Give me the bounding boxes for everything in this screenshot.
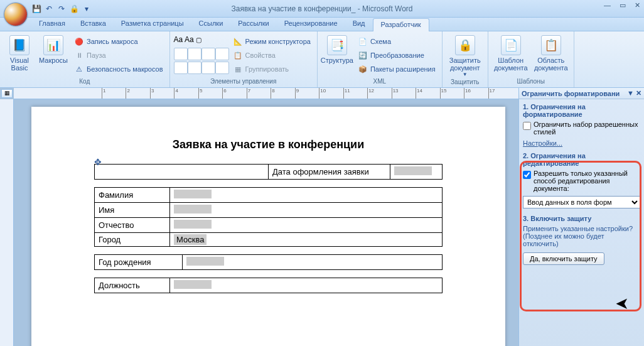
tab-home[interactable]: Главная bbox=[31, 18, 73, 31]
horizontal-ruler[interactable]: 1234567891011121314151617 bbox=[14, 88, 518, 99]
structure-icon: 📑 bbox=[327, 35, 347, 55]
ruler-toggle[interactable]: ▦ bbox=[1, 89, 13, 98]
control-item[interactable] bbox=[215, 62, 229, 74]
section2-title: 2. Ограничения на редактирование bbox=[523, 152, 640, 167]
control-item[interactable] bbox=[201, 62, 215, 74]
pause-icon: ⏸ bbox=[74, 50, 84, 60]
minimize-button[interactable]: — bbox=[604, 1, 611, 9]
control-item[interactable] bbox=[201, 48, 215, 60]
save-icon[interactable]: 💾 bbox=[31, 4, 41, 14]
document-area: ▦ 1234567891011121314151617 ✥ Заявка на … bbox=[0, 88, 518, 346]
document-title: Заявка на участие в конференции bbox=[94, 138, 443, 151]
lastname-label: Фамилия bbox=[95, 188, 170, 203]
schema-button[interactable]: 📄Схема bbox=[355, 35, 438, 48]
tab-mailings[interactable]: Рассылки bbox=[230, 18, 276, 31]
table-anchor-icon[interactable]: ✥ bbox=[94, 157, 102, 167]
enable-protection-button[interactable]: Да, включить защиту bbox=[523, 252, 604, 265]
group-xml: 📑Структура 📄Схема 🔄Преобразование 📦Пакет… bbox=[318, 31, 443, 87]
section3-title: 3. Включить защиту bbox=[523, 215, 640, 222]
position-field[interactable] bbox=[174, 280, 212, 289]
lock-icon[interactable]: 🔒 bbox=[69, 4, 79, 14]
group-protect: 🔒Защитить документ▼ Защитить bbox=[443, 31, 488, 87]
restrict-styles-checkbox[interactable] bbox=[523, 122, 531, 130]
date-label: Дата оформления заявки bbox=[269, 165, 390, 180]
patronymic-field[interactable] bbox=[174, 220, 212, 229]
city-label: Город bbox=[95, 233, 170, 247]
protect-icon: 🔒 bbox=[455, 35, 475, 55]
group-icon: ▦ bbox=[233, 64, 243, 74]
editing-mode-select[interactable]: Ввод данных в поля форм bbox=[523, 196, 640, 208]
group-button: ▦Группировать bbox=[230, 63, 313, 75]
macro-security-button[interactable]: ⚠Безопасность макросов bbox=[72, 63, 166, 75]
date-field[interactable] bbox=[394, 166, 432, 175]
group-templates: 📄Шаблон документа 📋Область документа Шаб… bbox=[488, 31, 574, 87]
document-page[interactable]: ✥ Заявка на участие в конференции Дата о… bbox=[31, 107, 505, 346]
taskpane-dropdown-icon[interactable]: ▼ bbox=[627, 89, 634, 97]
window-title: Заявка на участие в конференции_ - Micro… bbox=[231, 4, 412, 13]
template-icon: 📄 bbox=[501, 35, 521, 55]
control-item[interactable] bbox=[188, 62, 201, 74]
document-template-button[interactable]: 📄Шаблон документа bbox=[492, 33, 530, 72]
title-bar: 💾 ↶ ↷ 🔒 ▾ Заявка на участие в конференци… bbox=[0, 0, 644, 18]
birthyear-label: Год рождения bbox=[95, 255, 183, 270]
tab-layout[interactable]: Разметка страницы bbox=[114, 18, 191, 31]
name-table: Фамилия Имя Отчество ГородМосква bbox=[94, 187, 443, 247]
properties-button: 📋Свойства bbox=[230, 49, 313, 62]
close-button[interactable]: ✕ bbox=[635, 1, 640, 9]
record-icon: 🔴 bbox=[74, 36, 84, 46]
undo-icon[interactable]: ↶ bbox=[44, 4, 54, 14]
position-table: Должность bbox=[94, 278, 443, 293]
macros-icon: 📊 bbox=[43, 35, 63, 55]
maximize-button[interactable]: ▭ bbox=[620, 1, 626, 9]
control-item[interactable] bbox=[174, 62, 188, 74]
city-field[interactable]: Москва bbox=[174, 234, 207, 245]
birthyear-field[interactable] bbox=[186, 257, 224, 266]
control-item[interactable] bbox=[215, 48, 229, 60]
control-item[interactable] bbox=[188, 48, 201, 60]
tab-references[interactable]: Ссылки bbox=[191, 18, 231, 31]
structure-button[interactable]: 📑Структура bbox=[321, 33, 353, 64]
macros-button[interactable]: 📊Макросы bbox=[38, 33, 69, 64]
group-code: 📘Visual Basic 📊Макросы 🔴Запись макроса ⏸… bbox=[0, 31, 170, 87]
allow-editing-checkbox[interactable] bbox=[523, 171, 531, 179]
quick-access-toolbar: 💾 ↶ ↷ 🔒 ▾ bbox=[31, 4, 92, 14]
group-label: Элементы управления bbox=[174, 77, 313, 86]
transform-icon: 🔄 bbox=[358, 50, 368, 60]
lastname-field[interactable] bbox=[174, 190, 212, 198]
tab-developer[interactable]: Разработчик bbox=[373, 18, 429, 31]
group-label: Шаблоны bbox=[492, 77, 570, 86]
area-icon: 📋 bbox=[541, 35, 561, 55]
patronymic-label: Отчество bbox=[95, 218, 170, 233]
allow-editing-check[interactable]: Разрешить только указанный способ редакт… bbox=[523, 170, 640, 192]
protect-document-button[interactable]: 🔒Защитить документ▼ bbox=[446, 33, 484, 77]
control-item[interactable] bbox=[174, 48, 188, 60]
visual-basic-button[interactable]: 📘Visual Basic bbox=[4, 33, 35, 72]
tab-view[interactable]: Вид bbox=[345, 18, 373, 31]
taskpane-close-icon[interactable]: ✕ bbox=[636, 89, 641, 97]
content-area: ▦ 1234567891011121314151617 ✥ Заявка на … bbox=[0, 88, 644, 346]
record-macro-button[interactable]: 🔴Запись макроса bbox=[72, 35, 166, 48]
vertical-ruler[interactable] bbox=[0, 99, 14, 346]
settings-link[interactable]: Настройки... bbox=[523, 139, 640, 147]
ribbon-tabs: Главная Вставка Разметка страницы Ссылки… bbox=[0, 18, 644, 31]
expansion-packs-button[interactable]: 📦Пакеты расширения bbox=[355, 63, 438, 75]
restrict-styles-check[interactable]: Ограничить набор разрешенных стилей bbox=[523, 121, 640, 136]
transform-button[interactable]: 🔄Преобразование bbox=[355, 49, 438, 62]
tab-insert[interactable]: Вставка bbox=[73, 18, 114, 31]
taskpane-title: Ограничить форматировани bbox=[522, 90, 620, 97]
firstname-field[interactable] bbox=[174, 205, 212, 214]
qat-dropdown-icon[interactable]: ▾ bbox=[82, 4, 92, 14]
design-icon: 📐 bbox=[233, 36, 243, 46]
office-button[interactable] bbox=[4, 3, 28, 26]
schema-icon: 📄 bbox=[358, 36, 368, 46]
redo-icon[interactable]: ↷ bbox=[56, 4, 67, 14]
design-mode-button[interactable]: 📐Режим конструктора bbox=[230, 35, 313, 48]
tab-review[interactable]: Рецензирование bbox=[277, 18, 345, 31]
birth-table: Год рождения bbox=[94, 254, 443, 270]
security-icon: ⚠ bbox=[74, 64, 84, 74]
props-icon: 📋 bbox=[233, 50, 243, 60]
position-label: Должность bbox=[95, 278, 170, 293]
ribbon: 📘Visual Basic 📊Макросы 🔴Запись макроса ⏸… bbox=[0, 31, 644, 88]
packs-icon: 📦 bbox=[358, 64, 368, 74]
document-area-button[interactable]: 📋Область документа bbox=[532, 33, 570, 72]
